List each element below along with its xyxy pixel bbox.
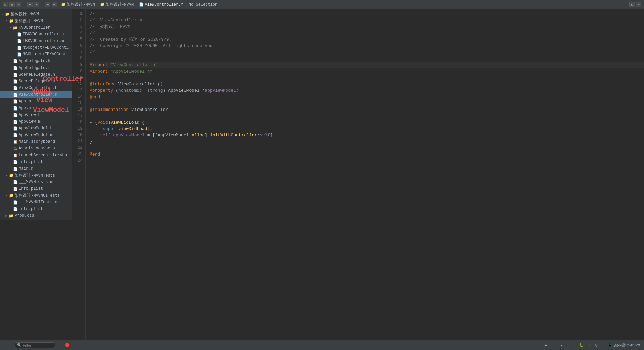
step-in-btn[interactable]: ↓ (566, 343, 571, 348)
tree-arrow-products[interactable]: ▶ (4, 214, 9, 218)
code-line-7: // (90, 49, 644, 55)
code-line-8 (90, 55, 644, 62)
toolbar-sep-1 (24, 2, 24, 7)
breadcrumb-label-4: No Selection (189, 2, 217, 7)
error-btn[interactable]: ⛔ (64, 342, 71, 348)
tree-label-launchscreen: LaunchScreen.storyboard (19, 153, 70, 158)
sidebar-item-scenedelegate-h[interactable]: 📄SceneDelegate.h (0, 71, 72, 78)
scheme-icon: 📱 (608, 343, 613, 347)
breadcrumb-item-1[interactable]: 📁 架构设计-MVVM (61, 2, 95, 7)
sidebar-item-arch-mvvm[interactable]: ▾📁架构设计-MVVM (0, 17, 72, 24)
tree-arrow-arch-tests[interactable]: ▾ (4, 174, 9, 177)
sidebar-item-main-storyboard[interactable]: 📋Main.storyboard (0, 138, 72, 145)
code-content[interactable]: //// ViewController.m// 架构设计-MVVM//// Cr… (86, 9, 644, 340)
debug-icon: 🐛 (579, 343, 584, 347)
line-number-20: 20 (72, 132, 83, 138)
toolbar-btn-right-2[interactable]: ⊡ (636, 2, 641, 7)
tree-arrow-arch-uitests[interactable]: ▾ (4, 194, 9, 198)
breadcrumb-label-1: 架构设计-MVVM (67, 2, 95, 7)
warning-btn[interactable]: ⚠ (57, 342, 62, 348)
code-line-14: @end (90, 94, 644, 100)
sidebar-item-appview-h[interactable]: 📄AppView.h (0, 112, 72, 118)
tree-arrow-kvo-controller[interactable]: ▾ (8, 26, 13, 30)
sidebar-item-nsobject-fbkvo-m[interactable]: 📄NSObject+FBKVOController.m (0, 51, 72, 58)
toolbar-btn-stop[interactable]: ■ (34, 2, 39, 7)
sidebar-item-fbkvo-h[interactable]: 📄FBKVOController.h (0, 31, 72, 38)
sidebar-item-appdelegate-m[interactable]: 📄AppDelegate.m (0, 64, 72, 71)
sidebar-item-viewcontroller-m[interactable]: 📄ViewController.m (0, 91, 72, 98)
line-number-23: 23 (72, 151, 83, 158)
sidebar-item-tests-plist[interactable]: 📄Info.plist (0, 185, 72, 192)
code-line-21: } (90, 138, 644, 145)
toolbar-btn-run[interactable]: ▶ (27, 2, 33, 7)
play-icon: ▶ (545, 343, 547, 347)
line-number-5: 5 (72, 36, 83, 43)
toolbar-btn-back[interactable]: ◀ (45, 2, 50, 7)
sidebar-item-viewcontroller-h[interactable]: 📄ViewController.h (0, 85, 72, 91)
play-btn[interactable]: ▶ (543, 342, 548, 348)
toolbar-btn-3[interactable]: ⊞ (16, 2, 21, 7)
tree-icon-app-m: 📄 (13, 106, 18, 111)
thread-icon: ⫶ (588, 343, 590, 347)
debug-btn[interactable]: 🐛 (578, 342, 585, 348)
sidebar-item-uitests-m[interactable]: 📄___MVVMUITests.m (0, 199, 72, 206)
tree-label-scenedelegate-m: SceneDelegate.m (19, 79, 70, 84)
tree-label-viewcontroller-h: ViewController.h (19, 86, 70, 90)
sidebar-item-app-h[interactable]: 📄App.h (0, 98, 72, 105)
code-line-1: // (90, 11, 644, 17)
tree-label-viewcontroller-m: ViewController.m (19, 92, 70, 97)
tree-label-assets: Assets.xcassets (19, 146, 70, 151)
sidebar-item-kvo-controller[interactable]: ▾📂KVOController (0, 24, 72, 31)
sidebar-item-arch-tests[interactable]: ▾📁架构设计-MVVMTests (0, 172, 72, 179)
sidebar-item-products[interactable]: ▶📂Products (0, 212, 72, 219)
tree-arrow-root[interactable]: ▾ (0, 12, 5, 16)
breadcrumb-item-2[interactable]: 📁 架构设计-MVVM (100, 2, 134, 7)
line-number-12: 12 (72, 81, 83, 87)
sidebar-item-appviewmodel-h[interactable]: 📄AppViewModel.h (0, 125, 72, 132)
add-file-button[interactable]: + (3, 343, 8, 348)
folder-icon-2: 📁 (100, 2, 105, 7)
sidebar-item-nsobject-fbkvo-h[interactable]: 📄NSObject+FBKVOController.h (0, 44, 72, 51)
code-line-10: #import "AppViewModel.h" (90, 68, 644, 75)
tree-icon-appviewmodel-h: 📄 (13, 126, 18, 131)
sidebar-item-launchscreen[interactable]: 📋LaunchScreen.storyboard (0, 152, 72, 159)
sidebar-item-app-m[interactable]: 📄App.m (0, 105, 72, 112)
tree-arrow-arch-mvvm[interactable]: ▾ (4, 19, 9, 23)
tree-icon-main-storyboard: 📋 (13, 140, 18, 144)
toolbar-btn-right-1[interactable]: ◧ (629, 2, 635, 7)
thread-btn[interactable]: ⫶ (587, 342, 592, 348)
sidebar-item-scenedelegate-m[interactable]: 📄SceneDelegate.m (0, 78, 72, 85)
editor[interactable]: 123456789101112131415161718192021222324 … (72, 9, 644, 340)
sidebar-item-fbkvo-m[interactable]: 📄FBKVOController.m (0, 38, 72, 44)
tree-icon-nsobject-fbkvo-h: 📄 (17, 46, 22, 50)
code-line-20: self.appViewModel = [[AppViewModel alloc… (90, 132, 644, 138)
tree-label-arch-tests: 架构设计-MVVMTests (15, 173, 70, 178)
sidebar-item-main-m[interactable]: 📄main.m (0, 165, 72, 172)
sidebar-item-appdelegate-h[interactable]: 📄AppDelegate.h (0, 58, 72, 64)
code-line-13: @property (nonatomic, strong) AppViewMod… (90, 87, 644, 94)
tree-icon-products: 📂 (9, 214, 14, 218)
filter-input[interactable] (23, 343, 50, 347)
sidebar-item-info-plist[interactable]: 📄Info.plist (0, 159, 72, 165)
scheme-name: 架构设计-MVVM (614, 343, 640, 348)
sidebar-item-root[interactable]: ▾📁架构设计-MVVM (0, 11, 72, 17)
toolbar-btn-1[interactable]: ◧ (3, 2, 8, 7)
pause-btn[interactable]: ⏸ (550, 342, 557, 348)
code-line-24 (90, 158, 644, 164)
breakpoint-btn[interactable]: ⬡ (594, 342, 600, 348)
tree-label-appviewmodel-h: AppViewModel.h (19, 126, 70, 131)
breadcrumb-item-3[interactable]: 📄 ViewController.m (139, 2, 183, 7)
sidebar-item-appview-m[interactable]: 📄AppView.m (0, 118, 72, 125)
sidebar-item-tests-m[interactable]: 📄___MVVMTests.m (0, 179, 72, 185)
sidebar-item-appviewmodel-m[interactable]: 📄AppViewModel.m (0, 132, 72, 138)
step-over-btn[interactable]: ↷ (559, 342, 564, 348)
tree-label-main-storyboard: Main.storyboard (19, 139, 70, 144)
sidebar-item-arch-uitests[interactable]: ▾📁架构设计-MVVMUITests (0, 192, 72, 199)
toolbar-btn-2[interactable]: ▣ (9, 2, 15, 7)
tree-icon-viewcontroller-m: 📄 (13, 93, 18, 97)
toolbar-btn-fwd[interactable]: ▶ (52, 2, 57, 7)
sidebar-item-uitests-plist[interactable]: 📄Info.plist (0, 206, 72, 212)
sidebar-item-assets[interactable]: 🗂Assets.xcassets (0, 145, 72, 152)
tree-icon-appview-m: 📄 (13, 120, 18, 124)
filter-area[interactable]: 🔍 (15, 342, 55, 348)
